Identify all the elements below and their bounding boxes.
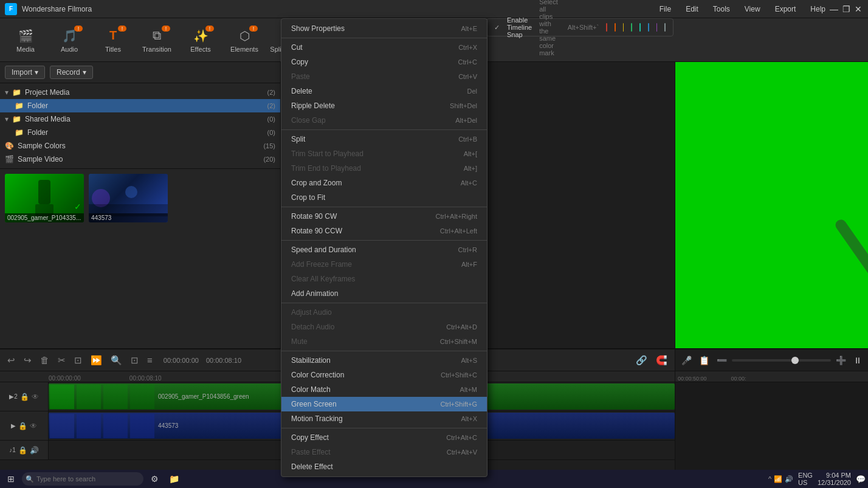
track1-lock[interactable]: 🔒 (20, 393, 29, 401)
minimize-button[interactable]: — (829, 4, 839, 14)
delete-button[interactable]: 🗑 (38, 354, 52, 366)
rt-minus-button[interactable]: ➖ (714, 354, 729, 366)
close-button[interactable]: ✕ (853, 4, 863, 14)
snap-button[interactable]: 🔗 (633, 354, 650, 367)
ctx-cut[interactable]: Cut Ctrl+X (281, 40, 487, 55)
maximize-button[interactable]: ❐ (841, 4, 851, 14)
menu-edit[interactable]: Edit (682, 4, 702, 15)
tree-project-media[interactable]: ▾ 📁 Project Media (2) (0, 86, 280, 99)
zoom-button[interactable]: 🔍 (108, 354, 125, 367)
fullscreen-button[interactable]: ⊡ (128, 354, 141, 367)
rt-plus-button[interactable]: ➕ (833, 354, 849, 366)
enable-snap-label[interactable]: Enable Timeline Snap (507, 16, 532, 38)
taskbar-lang[interactable]: ENG US (798, 472, 813, 486)
ctx-color-correction[interactable]: Color Correction Ctrl+Shift+C (281, 368, 487, 382)
toolbar-transition[interactable]: ⧉ Transition ! (136, 21, 177, 60)
rt-pause-button[interactable]: ⏸ (851, 354, 864, 366)
timeline-time1: 00:00:00:00 (164, 357, 199, 364)
ctx-rotate-cw[interactable]: Rotate 90 CW Ctrl+Alt+Right (281, 209, 487, 224)
ctx-crop-zoom[interactable]: Crop and Zoom Alt+C (281, 176, 487, 190)
track3-speaker[interactable]: 🔊 (30, 446, 39, 455)
settings-taskbar-button[interactable]: ⚙ (146, 470, 163, 487)
ctx-rotate-ccw[interactable]: Rotate 90 CCW Ctrl+Alt+Left (281, 224, 487, 238)
ctx-delete-effect[interactable]: Delete Effect (281, 459, 487, 474)
taskbar-datetime[interactable]: 9:04 PM 12/31/2020 (818, 472, 851, 486)
record-dropdown[interactable]: Record ▾ (50, 66, 93, 79)
tree-folder-shared[interactable]: 📁 Folder (0) (0, 126, 280, 139)
right-timeline-toolbar: 🎤 📋 ➖ ➕ ⏸ (675, 349, 868, 371)
speed-button[interactable]: ⏩ (88, 354, 105, 367)
ctx-delete[interactable]: Delete Del (281, 84, 487, 98)
ctx-split[interactable]: Split Ctrl+B (281, 132, 487, 146)
tray-wifi-icon[interactable]: 📶 (774, 475, 782, 483)
toolbar-audio[interactable]: 🎵 Audio ! (49, 21, 90, 60)
menu-tools[interactable]: Tools (709, 4, 734, 15)
ctx-sep-1 (281, 129, 487, 130)
taskbar-search-input[interactable] (22, 472, 143, 486)
track2-eye[interactable]: 👁 (30, 422, 37, 430)
ctx-copy[interactable]: Copy Ctrl+C (281, 55, 487, 69)
tree-sample-colors[interactable]: 🎨 Sample Colors (15) (0, 139, 280, 153)
color-purple[interactable] (656, 23, 658, 32)
start-button[interactable]: ⊞ (2, 470, 19, 487)
file-icon: 🎨 (5, 142, 14, 150)
menu-help[interactable]: Help (807, 4, 829, 15)
media-item-blue[interactable]: 443573 (89, 174, 168, 222)
redo-button[interactable]: ↪ (21, 354, 34, 367)
tray-chevron-icon[interactable]: ^ (768, 475, 771, 483)
ctx-ripple-delete[interactable]: Ripple Delete Shift+Del (281, 98, 487, 113)
import-dropdown[interactable]: Import ▾ (5, 66, 45, 79)
toolbar-media[interactable]: 🎬 Media (5, 21, 46, 60)
toolbar-elements[interactable]: ⬡ Elements ! (224, 21, 265, 60)
color-red[interactable] (606, 23, 607, 32)
magnet-button[interactable]: 🧲 (653, 354, 670, 367)
taskbar-search-icon: 🔍 (26, 475, 34, 483)
ctx-show-properties[interactable]: Show Properties Alt+E (281, 21, 487, 36)
color-green[interactable] (631, 23, 632, 32)
ctx-stabilization[interactable]: Stabilization Alt+S (281, 353, 487, 368)
toolbar-effects[interactable]: ✨ Effects ! (180, 21, 221, 60)
record-chevron-icon: ▾ (83, 68, 86, 77)
track3-lock[interactable]: 🔒 (18, 446, 27, 455)
color-gray[interactable] (664, 23, 666, 32)
track3-controls: ♪1 🔒 🔊 (0, 441, 49, 459)
context-menu[interactable]: Show Properties Alt+E Cut Ctrl+X Copy Ct… (281, 18, 487, 477)
ctx-motion-tracking[interactable]: Motion Tracking Alt+X (281, 411, 487, 426)
folder-taskbar-button[interactable]: 📁 (165, 470, 182, 487)
ctx-copy-effect[interactable]: Copy Effect Ctrl+Alt+C (281, 430, 487, 445)
media-item-green[interactable]: ✓ 002905_gamer_P104335... (5, 174, 84, 222)
ctx-trim-start: Trim Start to Playhead Alt+[ (281, 146, 487, 161)
track1-eye[interactable]: 👁 (32, 393, 39, 401)
menu-view[interactable]: View (741, 4, 764, 15)
ctx-crop-fit[interactable]: Crop to Fit (281, 190, 487, 205)
expand-icon: ▾ (5, 115, 9, 123)
menu-file[interactable]: File (656, 4, 675, 15)
tree-sample-video[interactable]: 🎬 Sample Video (20) (0, 153, 280, 166)
ctx-sep-0 (281, 38, 487, 38)
undo-button[interactable]: ↩ (5, 354, 18, 367)
color-orange[interactable] (615, 23, 616, 32)
tray-volume-icon[interactable]: 🔊 (785, 475, 793, 483)
color-yellow[interactable] (623, 23, 624, 32)
settings-button[interactable]: ≡ (145, 354, 155, 366)
crop-button[interactable]: ⊡ (72, 354, 84, 367)
toolbar-titles[interactable]: T Titles ! (92, 21, 134, 60)
ctx-color-match[interactable]: Color Match Alt+M (281, 382, 487, 397)
color-teal[interactable] (639, 23, 641, 32)
menu-export[interactable]: Export (771, 4, 800, 15)
top-context-bar[interactable]: ✓ Enable Timeline Snap Select all clips … (486, 18, 673, 36)
tree-shared-media[interactable]: ▾ 📁 Shared Media (0) (0, 112, 280, 126)
ctx-freeze-frame: Add Freeze Frame Alt+F (281, 257, 487, 272)
cut-button[interactable]: ✂ (55, 354, 68, 367)
rt-notes-button[interactable]: 📋 (697, 354, 712, 366)
rt-mic-button[interactable]: 🎤 (679, 354, 694, 366)
ctx-green-screen[interactable]: Green Screen Ctrl+Shift+G (281, 397, 487, 411)
tree-folder-selected[interactable]: 📁 Folder (2) (0, 99, 280, 112)
ctx-speed-duration[interactable]: Speed and Duration Ctrl+R (281, 242, 487, 257)
notification-icon[interactable]: 💬 (856, 475, 866, 484)
ctx-add-animation[interactable]: Add Animation (281, 286, 487, 301)
color-blue[interactable] (648, 23, 649, 32)
media-label: Media (16, 46, 35, 53)
ruler-mark-0: 00:00:00:00 (49, 375, 81, 382)
track2-lock[interactable]: 🔒 (18, 422, 27, 430)
